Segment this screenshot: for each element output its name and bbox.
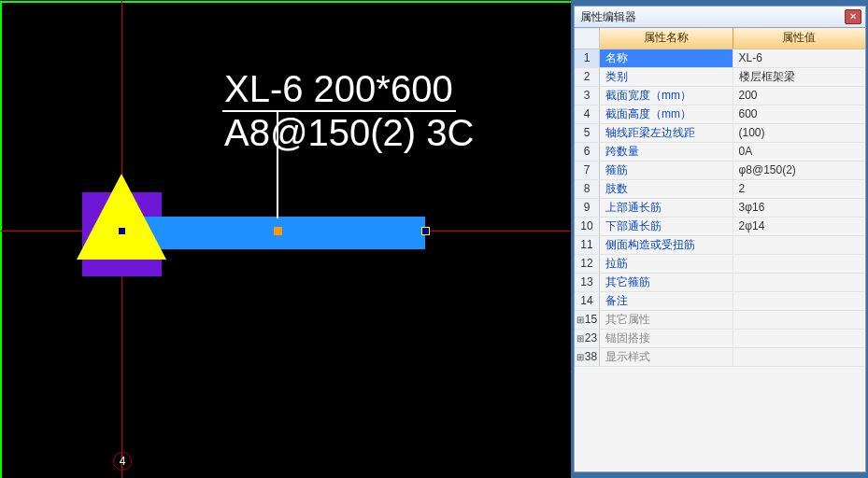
- close-button[interactable]: ✕: [845, 9, 861, 24]
- property-name-cell[interactable]: 名称: [600, 49, 733, 67]
- row-number: 2: [575, 68, 600, 86]
- viewport-border: [0, 1, 2, 478]
- row-number: 8: [575, 180, 600, 198]
- row-number: 7: [575, 162, 600, 179]
- panel-titlebar[interactable]: 属性编辑器 ✕: [575, 7, 865, 28]
- row-number: 4: [575, 105, 600, 123]
- row-number[interactable]: 23: [575, 330, 600, 347]
- row-number: 3: [575, 87, 600, 105]
- property-name-cell[interactable]: 截面高度（mm）: [600, 105, 733, 123]
- property-name-cell[interactable]: 轴线距梁左边线距: [600, 124, 733, 142]
- property-name-cell[interactable]: 备注: [600, 292, 733, 310]
- table-row[interactable]: 14备注: [575, 292, 865, 311]
- property-value-cell[interactable]: [733, 292, 866, 310]
- property-editor-panel: 属性编辑器 ✕ 属性名称 属性值 1名称XL-62类别楼层框架梁3截面宽度（mm…: [574, 6, 866, 472]
- property-value-cell[interactable]: [733, 255, 866, 273]
- table-row[interactable]: 15其它属性: [575, 311, 865, 330]
- property-name-cell[interactable]: 其它属性: [600, 311, 733, 329]
- beam-annotation-line1[interactable]: XL-6 200*600: [224, 67, 453, 110]
- property-name-cell[interactable]: 其它箍筋: [600, 274, 733, 291]
- viewport-border: [0, 1, 571, 3]
- table-row[interactable]: 5轴线距梁左边线距(100): [575, 124, 865, 143]
- grip-handle[interactable]: [421, 227, 430, 235]
- grip-handle[interactable]: [118, 227, 126, 235]
- property-value-cell[interactable]: 2: [733, 180, 866, 198]
- table-row[interactable]: 23锚固搭接: [575, 330, 865, 348]
- row-number: 14: [575, 292, 600, 310]
- row-number: 6: [575, 143, 600, 161]
- property-name-cell[interactable]: 肢数: [600, 180, 733, 198]
- property-value-cell[interactable]: (100): [733, 124, 866, 142]
- table-row[interactable]: 10下部通长筋2φ14: [575, 218, 865, 236]
- property-value-cell[interactable]: [733, 236, 866, 254]
- row-number[interactable]: 15: [575, 311, 600, 329]
- property-name-cell[interactable]: 下部通长筋: [600, 218, 733, 235]
- close-icon: ✕: [849, 11, 857, 21]
- property-value-cell[interactable]: 600: [733, 105, 866, 123]
- property-name-cell[interactable]: 拉筋: [600, 255, 733, 273]
- property-value-cell[interactable]: [733, 274, 866, 291]
- property-value-cell[interactable]: 0A: [733, 143, 866, 161]
- property-value-cell[interactable]: XL-6: [733, 49, 866, 67]
- table-row[interactable]: 38显示样式: [575, 348, 865, 367]
- axis-label: 4: [120, 455, 126, 468]
- property-value-cell[interactable]: 3φ16: [733, 199, 866, 217]
- table-row[interactable]: 8肢数2: [575, 180, 865, 199]
- property-value-cell[interactable]: 楼层框架梁: [733, 68, 866, 86]
- property-name-cell[interactable]: 类别: [600, 68, 733, 86]
- grip-handle-mid[interactable]: [274, 227, 282, 235]
- table-row[interactable]: 3截面宽度（mm）200: [575, 87, 865, 105]
- triangle-marker: [77, 174, 166, 260]
- property-value-cell[interactable]: [733, 348, 866, 366]
- header-name[interactable]: 属性名称: [600, 28, 733, 49]
- row-number[interactable]: 38: [575, 348, 600, 366]
- row-number: 1: [575, 49, 600, 67]
- beam-shape[interactable]: [140, 217, 425, 249]
- property-name-cell[interactable]: 截面宽度（mm）: [600, 87, 733, 105]
- property-value-cell[interactable]: 200: [733, 87, 866, 105]
- property-name-cell[interactable]: 侧面构造或受扭筋: [600, 236, 733, 254]
- property-name-cell[interactable]: 箍筋: [600, 162, 733, 179]
- beam-annotation-line2[interactable]: A8@150(2) 3C: [224, 111, 474, 154]
- table-row[interactable]: 2类别楼层框架梁: [575, 68, 865, 87]
- property-name-cell[interactable]: 显示样式: [600, 348, 733, 366]
- table-row[interactable]: 1名称XL-6: [575, 49, 865, 68]
- row-number: 9: [575, 199, 600, 217]
- row-number: 13: [575, 274, 600, 291]
- property-value-cell[interactable]: 2φ14: [733, 218, 866, 235]
- table-row[interactable]: 13其它箍筋: [575, 274, 865, 292]
- property-name-cell[interactable]: 锚固搭接: [600, 330, 733, 347]
- table-row[interactable]: 4截面高度（mm）600: [575, 105, 865, 124]
- row-number: 12: [575, 255, 600, 273]
- axis-bubble[interactable]: 4: [113, 452, 132, 471]
- panel-title-text: 属性编辑器: [580, 10, 636, 23]
- row-number: 11: [575, 236, 600, 254]
- row-number: 5: [575, 124, 600, 142]
- table-header: 属性名称 属性值: [575, 28, 865, 49]
- table-row[interactable]: 9上部通长筋3φ16: [575, 199, 865, 218]
- property-value-cell[interactable]: [733, 330, 866, 347]
- property-value-cell[interactable]: [733, 311, 866, 329]
- property-rows: 1名称XL-62类别楼层框架梁3截面宽度（mm）2004截面高度（mm）6005…: [575, 49, 865, 367]
- property-value-cell[interactable]: φ8@150(2): [733, 162, 866, 179]
- header-rownum: [575, 28, 600, 49]
- property-name-cell[interactable]: 上部通长筋: [600, 199, 733, 217]
- header-value[interactable]: 属性值: [733, 28, 866, 49]
- drawing-canvas[interactable]: XL-6 200*600 A8@150(2) 3C 4: [0, 0, 571, 478]
- table-row[interactable]: 11侧面构造或受扭筋: [575, 236, 865, 255]
- table-row[interactable]: 12拉筋: [575, 255, 865, 274]
- table-row[interactable]: 6跨数量0A: [575, 143, 865, 162]
- row-number: 10: [575, 218, 600, 235]
- table-row[interactable]: 7箍筋φ8@150(2): [575, 162, 865, 180]
- property-name-cell[interactable]: 跨数量: [600, 143, 733, 161]
